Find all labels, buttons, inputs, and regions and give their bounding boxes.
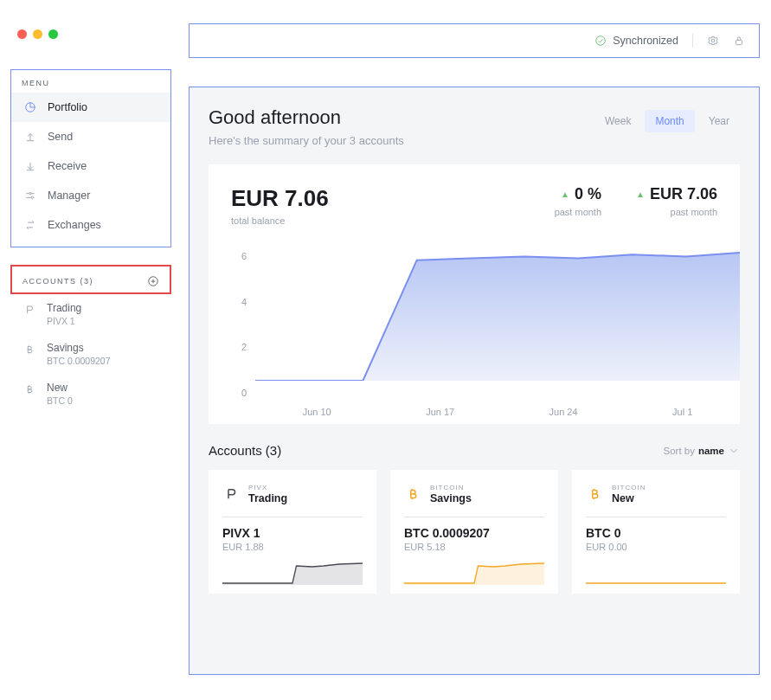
change-value: EUR 7.06	[650, 185, 717, 203]
sparkline	[404, 559, 544, 585]
sidebar-account[interactable]: TradingPIVX 1	[10, 294, 171, 334]
chevron-down-icon	[728, 445, 740, 457]
bitcoin-icon	[22, 383, 36, 395]
main-panel: Good afternoon Here's the summary of you…	[189, 87, 760, 675]
account-fiat: EUR 0.00	[586, 542, 726, 552]
x-tick: Jun 24	[549, 407, 578, 417]
account-card-name: Trading	[248, 492, 287, 504]
svg-rect-2	[736, 40, 742, 44]
swap-icon	[23, 219, 37, 231]
divider	[586, 517, 726, 517]
sidebar-account[interactable]: SavingsBTC 0.0009207	[10, 334, 171, 374]
portfolio-chart-card: EUR 7.06 total balance ▲0 % past month ▲…	[209, 164, 740, 424]
total-balance: EUR 7.06	[231, 185, 329, 212]
x-tick: Jun 17	[426, 407, 454, 417]
svg-point-4	[29, 193, 31, 195]
portfolio-chart: 6420 Jun 10Jun 17Jun 24Jul 1	[231, 251, 740, 398]
crypto-kind: BITCOIN	[612, 484, 646, 491]
up-triangle-icon: ▲	[636, 189, 645, 199]
tab-month[interactable]: Month	[645, 110, 694, 132]
accounts-header[interactable]: ACCOUNTS (3)	[10, 265, 171, 294]
y-tick: 6	[231, 251, 247, 261]
crypto-kind: BITCOIN	[430, 484, 472, 491]
sync-status-label: Synchronized	[613, 35, 678, 47]
account-card[interactable]: BITCOINSavingsBTC 0.0009207EUR 5.18	[390, 470, 558, 594]
account-balance: PIVX 1	[222, 526, 363, 540]
account-card[interactable]: BITCOINNewBTC 0EUR 0.00	[572, 470, 740, 594]
sidebar-item-label: Exchanges	[48, 219, 101, 231]
page-subtitle: Here's the summary of your 3 accounts	[209, 134, 404, 147]
range-tabs: Week Month Year	[594, 110, 740, 132]
account-sub: PIVX 1	[47, 316, 81, 326]
sort-dropdown[interactable]: Sort by name	[664, 445, 740, 457]
divider	[692, 34, 693, 48]
sidebar: MENU PortfolioSendReceiveManagerExchange…	[10, 69, 171, 414]
change-percent-label: past month	[555, 207, 601, 217]
account-name: Savings	[47, 342, 111, 354]
sidebar-item-manager[interactable]: Manager	[11, 181, 170, 210]
up-triangle-icon: ▲	[561, 189, 569, 199]
divider	[404, 517, 544, 517]
sparkline	[222, 559, 363, 585]
sidebar-item-label: Manager	[48, 189, 90, 202]
accounts-section: Accounts (3) Sort by name PIVXTradingPIV…	[209, 443, 740, 594]
bitcoin-icon	[404, 485, 421, 503]
accounts-title-label: ACCOUNTS (3)	[22, 277, 93, 286]
page-title: Good afternoon	[209, 106, 404, 129]
change-value-label: past month	[636, 207, 717, 217]
download-icon	[23, 160, 37, 172]
close-dot[interactable]	[17, 29, 27, 39]
total-balance-label: total balance	[231, 215, 329, 226]
sort-label-value: name	[698, 446, 724, 456]
sparkline	[586, 559, 726, 585]
menu-title: MENU	[11, 70, 170, 93]
account-name: New	[47, 382, 73, 394]
tab-week[interactable]: Week	[594, 110, 641, 132]
lock-icon[interactable]	[733, 35, 745, 47]
account-card-name: Savings	[430, 492, 472, 504]
account-sub: BTC 0	[47, 395, 73, 406]
change-percent: 0 %	[575, 185, 601, 203]
y-tick: 4	[231, 297, 247, 307]
plus-circle-icon[interactable]	[147, 275, 159, 287]
divider	[222, 517, 363, 517]
y-tick: 0	[231, 388, 247, 398]
bitcoin-icon	[22, 344, 36, 356]
account-balance: BTC 0.0009207	[404, 526, 544, 540]
sidebar-item-label: Portfolio	[48, 101, 87, 113]
account-name: Trading	[47, 302, 81, 314]
sidebar-item-label: Receive	[48, 160, 87, 172]
minimize-dot[interactable]	[33, 29, 42, 39]
sidebar-account[interactable]: NewBTC 0	[10, 374, 171, 414]
tab-year[interactable]: Year	[698, 110, 740, 132]
sidebar-item-send[interactable]: Send	[11, 122, 170, 151]
svg-point-0	[596, 36, 606, 46]
sidebar-item-receive[interactable]: Receive	[11, 151, 170, 181]
x-tick: Jun 10	[303, 407, 331, 417]
sidebar-item-portfolio[interactable]: Portfolio	[11, 93, 170, 122]
greeting-header: Good afternoon Here's the summary of you…	[209, 106, 740, 147]
sliders-icon	[23, 189, 37, 202]
window-controls[interactable]	[17, 29, 58, 39]
account-card-name: New	[612, 492, 646, 504]
gear-icon[interactable]	[707, 35, 719, 47]
crypto-kind: PIVX	[248, 484, 287, 491]
accounts-section-title: Accounts (3)	[209, 443, 281, 458]
bitcoin-icon	[586, 485, 603, 503]
svg-point-5	[31, 196, 33, 198]
topbar: Synchronized	[189, 23, 760, 58]
menu-title-label: MENU	[22, 79, 50, 87]
account-fiat: EUR 1.88	[222, 542, 363, 552]
pie-chart-icon	[23, 101, 37, 113]
upload-icon	[23, 131, 37, 143]
maximize-dot[interactable]	[48, 29, 58, 39]
svg-point-1	[711, 39, 715, 42]
account-balance: BTC 0	[586, 526, 726, 540]
sidebar-item-exchanges[interactable]: Exchanges	[11, 210, 170, 240]
pivx-icon	[222, 485, 240, 503]
sync-status: Synchronized	[594, 35, 678, 47]
account-card[interactable]: PIVXTradingPIVX 1EUR 1.88	[209, 470, 376, 594]
sidebar-item-label: Send	[48, 131, 73, 143]
sort-label-prefix: Sort by	[664, 446, 695, 456]
check-circle-icon	[594, 35, 607, 47]
